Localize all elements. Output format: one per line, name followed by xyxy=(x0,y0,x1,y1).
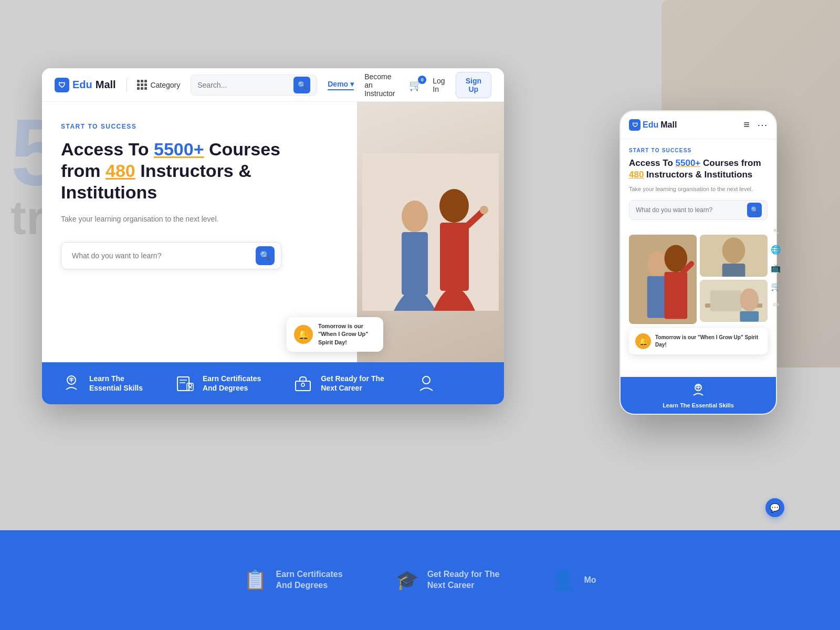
logo-icon: 🛡 xyxy=(55,78,69,92)
mobile-search-input[interactable] xyxy=(636,206,747,214)
mobile-window: 🛡 EduMall ≡ ⋯ START TO SUCCESS Access To… xyxy=(620,110,777,415)
mobile-image-2 xyxy=(700,235,768,277)
login-button[interactable]: Log In xyxy=(433,77,445,93)
mobile-logo-icon: 🛡 xyxy=(629,119,640,131)
mobile-title-p3: Instructors & Institutions xyxy=(644,170,752,180)
mobile-hero-desc: Take your learning organisation to the n… xyxy=(629,185,768,194)
mobile-image-3 xyxy=(700,280,768,322)
nav-search-input[interactable] xyxy=(197,81,289,89)
more-icon: 👤 xyxy=(552,569,575,591)
desktop-hero: START TO SUCCESS Access To 5500+ Courses… xyxy=(42,102,504,362)
mobile-bottom-bar: Learn The Essential Skills xyxy=(621,377,776,414)
career-line1: Get Ready for The xyxy=(427,569,500,580)
nav-search-button[interactable]: 🔍 xyxy=(293,77,310,93)
learn-text: Learn The Essential Skills xyxy=(89,374,143,393)
earn-text: Earn Certificates And Degrees xyxy=(203,374,261,393)
mobile-search-bar[interactable]: 🔍 xyxy=(629,200,768,220)
scroll-icon-pen[interactable]: ✏ xyxy=(773,300,780,310)
hero-search-input[interactable] xyxy=(72,251,256,260)
certificates-line1: Earn Certificates xyxy=(276,569,342,580)
svg-point-17 xyxy=(301,383,304,386)
svg-rect-30 xyxy=(710,290,742,311)
career-icon xyxy=(292,373,313,394)
scroll-icon-globe[interactable]: 🌐 xyxy=(771,245,781,255)
mobile-hero: START TO SUCCESS Access To 5500+ Courses… xyxy=(621,139,776,228)
notification-text: Tomorrow is our "When I Grow Up" Spirit … xyxy=(318,322,376,346)
certificates-text: Earn Certificates And Degrees xyxy=(276,569,342,591)
mobile-search-button[interactable]: 🔍 xyxy=(747,203,762,217)
category-menu[interactable]: Category xyxy=(137,80,180,90)
mobile-logo-part2: Mall xyxy=(660,120,677,130)
hero-people-illustration xyxy=(362,153,499,311)
feature-learn: Learn The Essential Skills xyxy=(61,373,143,394)
person-icon xyxy=(416,373,437,394)
svg-point-31 xyxy=(740,288,759,311)
svg-point-5 xyxy=(480,206,488,214)
bottom-feature-career: 🎓 Get Ready for The Next Career xyxy=(395,569,500,591)
mobile-hero-subtitle: START TO SUCCESS xyxy=(629,148,768,153)
hero-search-button[interactable]: 🔍 xyxy=(256,246,275,265)
nav-search-bar[interactable]: 🔍 xyxy=(191,75,317,96)
earn-line1: Earn Certificates xyxy=(203,374,261,383)
mobile-notification: 🔔 Tomorrow is our "When I Grow Up" Spiri… xyxy=(629,328,768,354)
more-text: Mo xyxy=(584,575,596,586)
svg-point-19 xyxy=(423,376,430,384)
mobile-dots-icon[interactable]: ⋯ xyxy=(757,119,768,131)
mobile-notif-bell: 🔔 xyxy=(635,333,651,349)
mobile-bottom-text: Learn The Essential Skills xyxy=(663,402,734,408)
logo-text-part2: Mall xyxy=(96,79,116,91)
career-line1: Get Ready for The xyxy=(321,374,384,383)
desktop-logo[interactable]: 🛡 EduMall xyxy=(55,78,116,92)
career-text: Get Ready for The Next Career xyxy=(427,569,500,591)
instructor-link[interactable]: Become an Instructor xyxy=(364,72,398,98)
chat-button[interactable]: 💬 xyxy=(765,498,784,517)
mobile-title-p2: Courses from xyxy=(700,158,761,168)
more-line1: Mo xyxy=(584,575,596,586)
mobile-bottom-icon xyxy=(691,382,706,400)
svg-rect-0 xyxy=(362,153,499,311)
svg-point-3 xyxy=(439,189,469,223)
mobile-menu-icon[interactable]: ≡ xyxy=(743,119,750,131)
mobile-notif-text: Tomorrow is our "When I Grow Up" Spirit … xyxy=(655,334,761,349)
hero-description: Take your learning organisation to the n… xyxy=(61,213,302,225)
hero-title-highlight2: 480 xyxy=(106,161,135,181)
mobile-nav: 🛡 EduMall ≡ ⋯ xyxy=(621,111,776,139)
svg-line-15 xyxy=(190,387,192,388)
mobile-logo-part1: Edu xyxy=(643,120,658,130)
mobile-logo[interactable]: 🛡 EduMall xyxy=(629,119,743,131)
svg-rect-4 xyxy=(440,223,469,291)
cart-button[interactable]: 🛒 0 xyxy=(409,79,422,91)
mobile-nav-icons: ≡ ⋯ xyxy=(743,119,768,131)
mobile-title-h2: 480 xyxy=(629,170,644,180)
scroll-icon-cart[interactable]: 🛒 xyxy=(771,281,781,291)
bottom-feature-certificates: 📋 Earn Certificates And Degrees xyxy=(244,569,342,591)
desktop-window: 🛡 EduMall Category 🔍 Demo ▾ Become an In… xyxy=(42,68,504,404)
hero-title-highlight1: 5500+ xyxy=(154,139,204,159)
career-line2: Next Career xyxy=(427,580,500,591)
learn-line2: Essential Skills xyxy=(89,383,143,393)
mobile-image-1 xyxy=(629,235,697,324)
hero-title-part1: Access To xyxy=(61,139,154,159)
career-text: Get Ready for The Next Career xyxy=(321,374,384,393)
category-label: Category xyxy=(150,81,180,89)
certificates-icon xyxy=(174,373,195,394)
career-icon: 🎓 xyxy=(395,569,419,591)
svg-rect-27 xyxy=(722,264,746,277)
hero-search-bar[interactable]: 🔍 xyxy=(61,242,281,269)
scroll-icon-screen[interactable]: 📺 xyxy=(771,263,781,273)
page-bottom-bar: 📋 Earn Certificates And Degrees 🎓 Get Re… xyxy=(0,530,840,630)
hero-content: START TO SUCCESS Access To 5500+ Courses… xyxy=(61,123,302,341)
mobile-image-right-col xyxy=(700,235,768,324)
bottom-feature-more: 👤 Mo xyxy=(552,569,596,591)
mobile-title-p1: Access To xyxy=(629,158,676,168)
mobile-images-grid xyxy=(621,228,776,328)
demo-link[interactable]: Demo ▾ xyxy=(328,80,354,90)
mobile-scrollbar: ↖ 🌐 📺 🛒 ✏ xyxy=(770,116,782,420)
hero-subtitle: START TO SUCCESS xyxy=(61,123,302,130)
svg-rect-32 xyxy=(740,311,759,322)
signup-button[interactable]: Sign Up xyxy=(456,72,491,98)
grid-icon xyxy=(137,80,147,90)
scroll-icon-cursor[interactable]: ↖ xyxy=(773,226,780,236)
svg-point-26 xyxy=(722,237,746,264)
desktop-notification-bubble: 🔔 Tomorrow is our "When I Grow Up" Spiri… xyxy=(287,317,383,352)
